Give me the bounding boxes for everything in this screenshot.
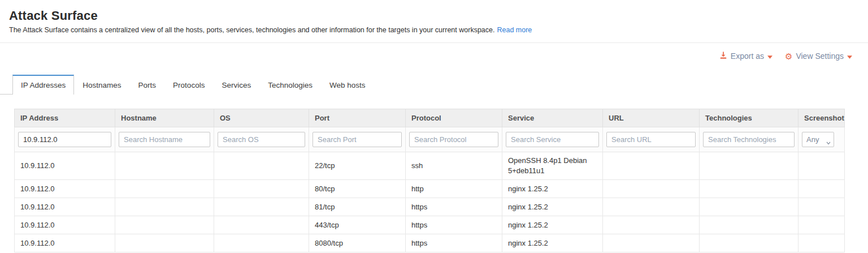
cell-ip-address: 10.9.112.0 — [15, 216, 115, 234]
cell-hostname — [115, 180, 214, 198]
cell-hostname — [115, 216, 214, 234]
cell-service: nginx 1.25.2 — [502, 180, 603, 198]
cell-os — [214, 234, 309, 252]
cell-url — [603, 234, 700, 252]
cell-hostname — [115, 234, 214, 252]
tab-services[interactable]: Services — [213, 75, 259, 95]
screenshot-filter-select[interactable]: Any — [802, 132, 834, 147]
cell-technologies — [700, 234, 798, 252]
cell-service: OpenSSH 8.4p1 Debian 5+deb11u1 — [502, 152, 603, 180]
cell-technologies — [700, 216, 798, 234]
hostname-filter-input[interactable] — [119, 132, 210, 147]
column-header-protocol: Protocol — [406, 109, 502, 127]
page-subtitle: The Attack Surface contains a centralize… — [9, 26, 859, 34]
table-row[interactable]: 10.9.112.0 81/tcp https nginx 1.25.2 — [15, 198, 845, 216]
technologies-filter-input[interactable] — [703, 132, 795, 147]
filter-row: Any — [15, 127, 845, 152]
cell-os — [214, 180, 309, 198]
cell-port: 8080/tcp — [309, 234, 406, 252]
cell-screenshot — [798, 152, 845, 180]
cell-os — [214, 216, 309, 234]
cell-technologies — [700, 198, 798, 216]
cell-service: nginx 1.25.2 — [502, 216, 603, 234]
service-filter-input[interactable] — [506, 132, 599, 147]
ip-address-filter-input[interactable] — [18, 132, 111, 147]
export-as-button[interactable]: Export as — [719, 51, 772, 61]
tab-bar-left-edge — [0, 75, 12, 95]
caret-down-icon — [767, 52, 772, 61]
port-filter-input[interactable] — [313, 132, 402, 147]
cell-service: nginx 1.25.2 — [502, 234, 603, 252]
cell-ip-address: 10.9.112.0 — [15, 198, 115, 216]
page-title: Attack Surface — [9, 8, 859, 23]
cell-url — [603, 180, 700, 198]
cell-technologies — [700, 180, 798, 198]
cell-port: 443/tcp — [309, 216, 406, 234]
cell-screenshot — [798, 198, 845, 216]
cell-protocol: https — [406, 234, 502, 252]
gear-icon: ⚙ — [785, 52, 792, 61]
os-filter-input[interactable] — [218, 132, 305, 147]
cell-port: 22/tcp — [309, 152, 406, 180]
attack-surface-table-wrap: IP Address Hostname OS Port Protocol Ser… — [14, 109, 868, 252]
toolbar: Export as ⚙ View Settings — [0, 43, 868, 69]
column-header-service: Service — [502, 109, 603, 127]
attack-surface-table: IP Address Hostname OS Port Protocol Ser… — [14, 109, 845, 252]
table-row[interactable]: 10.9.112.0 8080/tcp https nginx 1.25.2 — [15, 234, 845, 252]
page-header: Attack Surface The Attack Surface contai… — [0, 0, 868, 43]
url-filter-input[interactable] — [606, 132, 696, 147]
read-more-link[interactable]: Read more — [497, 26, 532, 34]
cell-port: 80/tcp — [309, 180, 406, 198]
cell-ip-address: 10.9.112.0 — [15, 180, 115, 198]
table-row[interactable]: 10.9.112.0 22/tcp ssh OpenSSH 8.4p1 Debi… — [15, 152, 845, 180]
column-header-os: OS — [214, 109, 309, 127]
column-header-port: Port — [309, 109, 406, 127]
tab-bar: IP Addresses Hostnames Ports Protocols S… — [0, 75, 868, 95]
cell-hostname — [115, 198, 214, 216]
cell-technologies — [700, 152, 798, 180]
download-icon — [719, 51, 727, 61]
screenshot-filter-select-wrap: Any — [802, 132, 834, 147]
cell-protocol: ssh — [406, 152, 502, 180]
cell-protocol: https — [406, 198, 502, 216]
cell-url — [603, 152, 700, 180]
view-settings-button[interactable]: ⚙ View Settings — [785, 52, 852, 61]
column-header-url: URL — [603, 109, 700, 127]
export-as-label: Export as — [731, 52, 764, 61]
cell-hostname — [115, 152, 214, 180]
cell-ip-address: 10.9.112.0 — [15, 234, 115, 252]
cell-os — [214, 198, 309, 216]
caret-down-icon — [847, 52, 852, 61]
table-row[interactable]: 10.9.112.0 443/tcp https nginx 1.25.2 — [15, 216, 845, 234]
cell-port: 81/tcp — [309, 198, 406, 216]
tab-protocols[interactable]: Protocols — [164, 75, 213, 95]
cell-screenshot — [798, 216, 845, 234]
cell-screenshot — [798, 234, 845, 252]
tab-ip-addresses[interactable]: IP Addresses — [12, 75, 74, 95]
view-settings-label: View Settings — [796, 52, 844, 61]
tab-technologies[interactable]: Technologies — [259, 75, 321, 95]
table-row[interactable]: 10.9.112.0 80/tcp http nginx 1.25.2 — [15, 180, 845, 198]
column-header-ip-address: IP Address — [15, 109, 115, 127]
column-header-hostname: Hostname — [115, 109, 214, 127]
protocol-filter-input[interactable] — [409, 132, 498, 147]
cell-url — [603, 198, 700, 216]
cell-protocol: https — [406, 216, 502, 234]
tab-web-hosts[interactable]: Web hosts — [321, 75, 374, 95]
table-header-row: IP Address Hostname OS Port Protocol Ser… — [15, 109, 845, 127]
cell-url — [603, 216, 700, 234]
cell-screenshot — [798, 180, 845, 198]
cell-ip-address: 10.9.112.0 — [15, 152, 115, 180]
column-header-technologies: Technologies — [700, 109, 798, 127]
column-header-screenshot: Screenshot — [798, 109, 845, 127]
tab-ports[interactable]: Ports — [130, 75, 165, 95]
cell-os — [214, 152, 309, 180]
cell-protocol: http — [406, 180, 502, 198]
cell-service: nginx 1.25.2 — [502, 198, 603, 216]
page-subtitle-text: The Attack Surface contains a centralize… — [9, 26, 494, 34]
tab-hostnames[interactable]: Hostnames — [74, 75, 129, 95]
